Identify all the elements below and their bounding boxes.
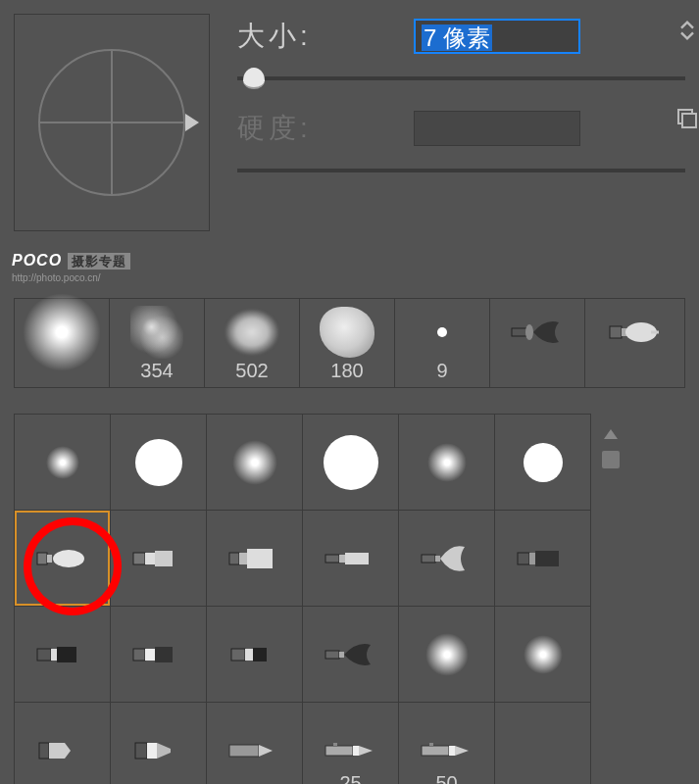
brush-size-label: 50 [435, 772, 457, 784]
brush-cell-blank[interactable] [495, 703, 590, 784]
flat-hl-icon [127, 635, 190, 674]
preset-chalk[interactable]: 502 [205, 299, 300, 387]
svg-rect-22 [529, 553, 535, 564]
brush-cell-pencil-hex[interactable] [207, 703, 302, 784]
brush-grid: 2550 [14, 414, 591, 784]
svg-rect-39 [325, 746, 353, 756]
flat-wide-icon [224, 539, 286, 578]
pencil-icon [416, 731, 478, 770]
svg-rect-35 [39, 743, 49, 759]
angle-direction-arrow[interactable] [185, 114, 199, 131]
brush-cell-marker[interactable] [15, 703, 110, 784]
pencil-icon [320, 731, 382, 770]
hardness-label: 硬度: [237, 110, 414, 147]
brush-cell-flat-hl[interactable] [111, 607, 206, 702]
soft-round-icon [46, 446, 79, 479]
hard-round-icon [135, 439, 182, 486]
svg-rect-44 [429, 743, 433, 746]
brush-cell-flat-short[interactable] [207, 607, 302, 702]
soft-round-icon [524, 635, 563, 674]
svg-rect-20 [435, 556, 440, 562]
preset-bullet-brush[interactable] [585, 299, 680, 387]
soft-round-icon [425, 633, 469, 676]
watermark: POCO 摄影专题 http://photo.poco.cn/ [12, 252, 130, 283]
splatter-icon [130, 306, 183, 359]
brush-cell-flat-stub[interactable] [111, 511, 206, 606]
chalk-icon [225, 309, 279, 356]
preset-soft-round[interactable] [15, 299, 110, 387]
marker-icon [31, 731, 94, 770]
brush-cell-flat-wide[interactable] [207, 511, 302, 606]
brush-cell-soft[interactable] [207, 415, 302, 510]
new-preset-icon[interactable] [675, 104, 699, 133]
svg-rect-41 [333, 743, 337, 746]
soft-round-icon [232, 440, 277, 485]
size-label: 大小: [237, 18, 414, 55]
brush-cell-soft[interactable] [399, 415, 494, 510]
svg-rect-12 [155, 551, 173, 566]
svg-rect-25 [51, 649, 57, 661]
flat-stub-icon [127, 539, 190, 578]
size-slider-thumb[interactable] [243, 68, 265, 89]
grid-scrollbar[interactable] [591, 414, 630, 784]
scroll-up-icon[interactable] [604, 429, 618, 439]
watermark-brand: POCO [12, 252, 62, 269]
svg-rect-7 [37, 553, 47, 564]
brush-cell-soft[interactable] [15, 415, 110, 510]
flat-thin-icon [320, 539, 382, 578]
svg-rect-38 [229, 745, 259, 757]
angle-crosshair-v [111, 51, 113, 194]
preset-dot[interactable]: 9 [395, 299, 490, 387]
watermark-url: http://photo.poco.cn/ [12, 272, 130, 283]
brush-cell-bullet[interactable] [15, 511, 110, 606]
svg-rect-30 [231, 649, 245, 661]
svg-rect-40 [353, 746, 359, 756]
fan-icon [416, 539, 478, 578]
brush-cell-pencil[interactable]: 25 [303, 703, 398, 784]
svg-rect-4 [610, 326, 622, 338]
preset-fan-brush[interactable] [490, 299, 585, 387]
blob-icon [320, 307, 374, 358]
svg-rect-34 [339, 652, 344, 658]
dot-icon [437, 327, 447, 337]
size-input[interactable]: 7 像素 [414, 19, 580, 54]
bullet-brush-icon [602, 313, 665, 352]
preset-blob[interactable]: 180 [300, 299, 395, 387]
size-value: 7 像素 [422, 24, 492, 51]
hard-round-icon [324, 435, 378, 490]
svg-rect-19 [422, 555, 435, 563]
svg-rect-29 [155, 647, 173, 662]
svg-rect-26 [57, 647, 76, 662]
svg-rect-1 [682, 114, 696, 127]
preset-splatter[interactable]: 354 [110, 299, 205, 387]
svg-point-3 [525, 324, 533, 340]
svg-rect-28 [145, 649, 155, 661]
hardness-input [414, 111, 580, 146]
brush-cell-soft[interactable] [399, 607, 494, 702]
fan-brush-icon [506, 313, 569, 352]
svg-rect-33 [325, 651, 339, 659]
brush-cell-soft[interactable] [495, 607, 590, 702]
brush-cell-round-fan[interactable] [303, 607, 398, 702]
svg-point-9 [53, 550, 84, 567]
size-slider[interactable] [237, 76, 685, 80]
watermark-tag: 摄影专题 [68, 253, 130, 270]
brush-cell-hard[interactable] [111, 415, 206, 510]
brush-cell-flat-thin[interactable] [303, 511, 398, 606]
svg-rect-42 [422, 746, 449, 756]
svg-rect-13 [229, 553, 239, 564]
brush-cell-fan[interactable] [399, 511, 494, 606]
brush-cell-flat-dark[interactable] [495, 511, 590, 606]
soft-round-icon [427, 443, 467, 482]
brush-cell-hard[interactable] [303, 415, 398, 510]
recent-presets-row: 354 502 180 9 [14, 298, 685, 388]
brush-cell-marker2[interactable] [111, 703, 206, 784]
brush-angle-preview[interactable] [14, 14, 210, 231]
angle-circle [38, 49, 185, 196]
svg-rect-21 [518, 553, 529, 564]
scrollbar-thumb[interactable] [602, 451, 620, 468]
brush-cell-pencil[interactable]: 50 [399, 703, 494, 784]
flyout-menu-icon[interactable] [675, 16, 699, 45]
brush-cell-hard[interactable] [495, 415, 590, 510]
brush-cell-flat-square[interactable] [15, 607, 110, 702]
